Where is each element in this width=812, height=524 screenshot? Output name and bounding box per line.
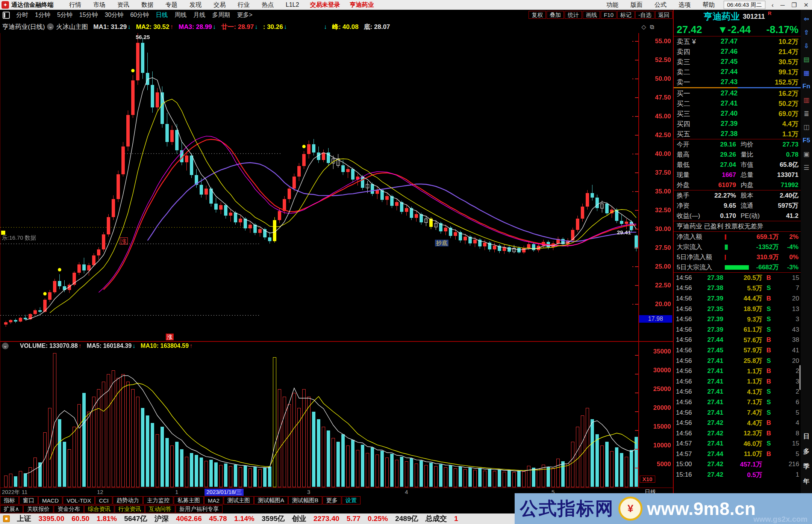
tick-row[interactable]: 14:5627.414.1万S2	[674, 387, 801, 397]
tick-row[interactable]: 14:5627.399.3万S3	[674, 314, 801, 325]
period-tab-1分钟[interactable]: 1分钟	[35, 12, 50, 18]
toolbar-button-F10[interactable]: F10	[601, 11, 617, 19]
tab-综合资讯[interactable]: 综合资讯	[84, 505, 114, 513]
tick-row[interactable]: 14:5627.3961.1万S43	[674, 325, 801, 335]
tick-row[interactable]: 14:5627.3944.4万B20	[674, 293, 801, 304]
toolbar-button-统计[interactable]: 统计	[565, 11, 582, 19]
buy-row[interactable]: 买三27.4069.0万	[674, 109, 801, 119]
tick-row[interactable]: 14:5627.3518.9万S13	[674, 304, 801, 314]
period-tab-多周期[interactable]: 多周期	[212, 12, 230, 18]
menu-item-数据[interactable]: 数据	[141, 2, 153, 8]
tick-row[interactable]: 15:0027.42457.1万216	[674, 459, 801, 470]
tick-row[interactable]: 14:5627.3820.5万B15	[674, 273, 801, 283]
toolbar-button--自选[interactable]: -自选	[635, 11, 654, 19]
diamond-icon[interactable]: ◇	[641, 24, 650, 30]
menu-item-帮助[interactable]: 帮助	[703, 2, 715, 8]
menu-item-发现[interactable]: 发现	[189, 2, 201, 8]
sell-row[interactable]: 卖二27.4499.1万	[674, 67, 801, 77]
tab-指标[interactable]: 指标	[0, 496, 19, 504]
tab-VOL-TDX[interactable]: VOL-TDX	[63, 496, 95, 504]
tab-测试幅图A[interactable]: 测试幅图A	[254, 496, 288, 504]
candlestick-chart-canvas[interactable]	[0, 33, 673, 496]
window-close-button[interactable]: ✕	[804, 2, 809, 8]
tab-测试幅图B[interactable]: 测试幅图B	[288, 496, 322, 504]
tab-CCI[interactable]: CCI	[95, 496, 112, 504]
tick-row[interactable]: 15:1627.420.5万1	[674, 470, 801, 480]
quote-title[interactable]: 亨迪药业 301211 R	[674, 10, 801, 23]
period-tab-更多>[interactable]: 更多>	[237, 12, 252, 18]
strip-period-季[interactable]: 季	[801, 462, 812, 471]
strip-period-年[interactable]: 年	[801, 477, 812, 486]
tab-MACD[interactable]: MACD	[38, 496, 62, 504]
tab-MA2[interactable]: MA2	[204, 496, 223, 504]
menu-item-市场[interactable]: 市场	[93, 2, 105, 8]
company-status-line[interactable]: 亨迪药业 已盈利 投票权无差异	[674, 221, 801, 231]
tab-窗口[interactable]: 窗口	[19, 496, 38, 504]
indicator-name[interactable]: 火冰山主图	[56, 23, 88, 31]
toolbar-button-标记[interactable]: 标记	[617, 11, 635, 19]
menu-item-专题[interactable]: 专题	[165, 2, 177, 8]
sell-row[interactable]: 卖四27.4621.4万	[674, 47, 801, 57]
tick-row[interactable]: 14:5627.417.4万S5	[674, 408, 801, 418]
maximize-pane-icon[interactable]: ⧉	[650, 24, 658, 30]
sell-row[interactable]: 卖三27.4530.5万	[674, 57, 801, 67]
buy-row[interactable]: 买四27.394.4万	[674, 119, 801, 129]
period-tab-周线[interactable]: 周线	[174, 12, 186, 18]
period-tab-30分钟[interactable]: 30分钟	[105, 12, 124, 18]
toolbar-button-叠加[interactable]: 叠加	[547, 11, 564, 19]
menu-item-L1L2[interactable]: L1L2	[286, 2, 299, 8]
toolbar-button-复权[interactable]: 复权	[529, 11, 546, 19]
market-status-icon[interactable]	[3, 515, 10, 522]
menu-item-热点[interactable]: 热点	[262, 2, 274, 8]
strip-period-日[interactable]: 日	[801, 432, 812, 441]
sell-row[interactable]: 卖一27.43152.5万	[674, 77, 801, 87]
window-back-button[interactable]: ‹	[772, 2, 774, 8]
menu-item-行业[interactable]: 行业	[238, 2, 250, 8]
toolbar-button-返回[interactable]: 返回	[655, 11, 673, 19]
sell-row[interactable]: 卖五 ¥27.4710.2万	[674, 36, 801, 47]
kline-panel-icon[interactable]: ▥	[801, 96, 812, 104]
tab-资金分布[interactable]: 资金分布	[54, 505, 84, 513]
report-table-icon[interactable]: ▤	[801, 56, 812, 63]
period-tab-5分钟[interactable]: 5分钟	[57, 12, 73, 18]
tab-趋势动力[interactable]: 趋势动力	[113, 496, 143, 504]
buy-row[interactable]: 买二27.4150.2万	[674, 98, 801, 109]
tick-row[interactable]: 14:5627.411.1万B2	[674, 366, 801, 376]
panel-icon[interactable]: ▣	[801, 150, 812, 158]
back-arrow-icon[interactable]: ⇦	[801, 15, 812, 23]
fn-hotkey-icon[interactable]: Fn	[801, 83, 812, 90]
window-restore-button[interactable]: ❐	[791, 2, 797, 8]
period-tab-60分钟[interactable]: 60分钟	[130, 12, 149, 18]
tick-row[interactable]: 14:5627.4557.9万B41	[674, 345, 801, 356]
tick-row[interactable]: 14:5627.411.1万B3	[674, 376, 801, 387]
tab-扩展∧[interactable]: 扩展∧	[0, 505, 23, 513]
list-icon[interactable]: ≣	[801, 110, 812, 118]
menu-item-选项[interactable]: 选项	[679, 2, 691, 8]
tab-私募主图[interactable]: 私募主图	[174, 496, 204, 504]
period-tab-日线[interactable]: 日线	[156, 12, 168, 18]
menu-item-交易[interactable]: 交易	[214, 2, 226, 8]
f5-hotkey-icon[interactable]: F5	[801, 137, 812, 144]
period-tab-15分钟[interactable]: 15分钟	[79, 12, 98, 18]
chevron-down-icon[interactable]: ⌄	[47, 23, 54, 30]
tab-关联报价[interactable]: 关联报价	[23, 505, 53, 513]
tab-互动问答[interactable]: 互动问答	[145, 505, 175, 513]
toolbar-button-画线[interactable]: 画线	[583, 11, 600, 19]
tick-row[interactable]: 14:5727.4411.0万B5	[674, 449, 801, 459]
menu-item-功能[interactable]: 功能	[606, 2, 618, 8]
menu-item-公式[interactable]: 公式	[654, 2, 667, 8]
menu-item-行情[interactable]: 行情	[69, 2, 81, 8]
tab-新用户福利专享[interactable]: 新用户福利专享	[176, 505, 223, 513]
buy-row[interactable]: 买一27.4216.2万	[674, 88, 801, 98]
tick-row[interactable]: 14:5627.4125.8万S20	[674, 356, 801, 366]
strip-period-多[interactable]: 多	[801, 447, 812, 456]
alert-trade-login[interactable]: 交易未登录	[310, 2, 340, 8]
period-tab-分时[interactable]: 分时	[16, 12, 28, 18]
tick-row[interactable]: 14:5727.4146.0万S15	[674, 439, 801, 449]
tick-row[interactable]: 14:5627.417.1万S6	[674, 397, 801, 408]
tick-row[interactable]: 14:5627.424.4万B4	[674, 418, 801, 428]
tick-row[interactable]: 14:5627.4457.6万B38	[674, 335, 801, 346]
tab-主力监控[interactable]: 主力监控	[143, 496, 173, 504]
tick-list[interactable]: 14:5627.3820.5万B1514:5627.385.5万S714:562…	[674, 273, 801, 480]
window-minimize-button[interactable]: ─	[780, 2, 785, 8]
